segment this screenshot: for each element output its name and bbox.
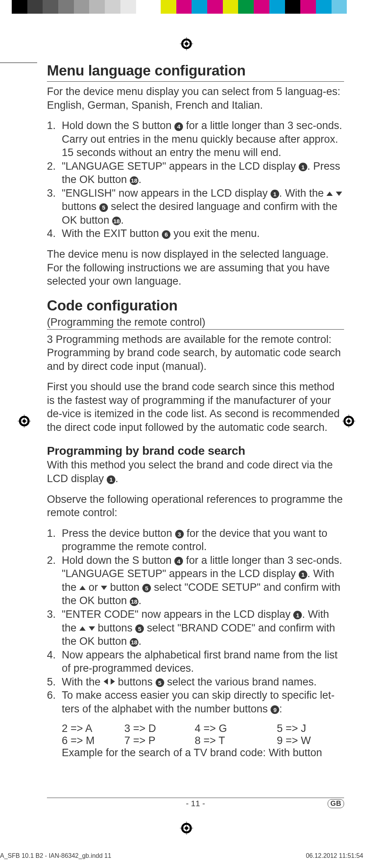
example-text: Example for the search of a TV brand cod…	[62, 747, 344, 759]
step-number: 3.	[47, 608, 62, 648]
circled-number-icon: 18	[130, 597, 138, 606]
list-item: 3. "ENGLISH" now appears in the LCD disp…	[47, 187, 344, 227]
down-arrow-icon	[89, 626, 95, 631]
up-arrow-icon	[79, 586, 86, 590]
step-text: With the buttons 5 select the various br…	[62, 675, 344, 689]
circled-number-icon: 1	[293, 611, 302, 619]
section-subtitle: (Programming the remote control)	[47, 316, 344, 328]
circled-number-icon: 1	[299, 163, 307, 171]
registration-mark-icon	[18, 414, 31, 428]
circled-number-icon: 5	[142, 584, 151, 592]
map-cell: 9 => W	[277, 735, 344, 747]
map-cell: 5 => J	[277, 723, 344, 735]
circled-number-icon: 4	[174, 557, 183, 565]
down-arrow-icon	[336, 192, 342, 196]
map-cell: 4 => G	[195, 723, 277, 735]
map-cell: 8 => T	[195, 735, 277, 747]
step-number: 1.	[47, 527, 62, 554]
circled-number-icon: 18	[130, 638, 138, 647]
list-item: 1. Press the device button 3 for the dev…	[47, 527, 344, 554]
circled-number-icon: 5	[156, 678, 164, 687]
language-badge: GB	[328, 799, 344, 808]
registration-mark-icon	[180, 37, 193, 50]
step-number: 5.	[47, 675, 62, 689]
outro-text: The device menu is now displayed in the …	[47, 247, 344, 288]
print-imprint: A_SFB 10.1 B2 - IAN-86342_gb.indd 11 06.…	[0, 852, 363, 859]
circled-number-icon: 18	[130, 176, 138, 185]
step-number: 4.	[47, 648, 62, 675]
brand-search-steps: 1. Press the device button 3 for the dev…	[47, 527, 344, 716]
imprint-datetime: 06.12.2012 11:51:54	[306, 852, 363, 859]
list-item: 4. With the EXIT button 6 you exit the m…	[47, 227, 344, 240]
step-number: 2.	[47, 554, 62, 608]
list-item: 1. Hold down the S button 4 for a little…	[47, 119, 344, 160]
circled-number-icon: 4	[174, 122, 183, 131]
section-title-menu-language: Menu language conﬁguration	[47, 63, 344, 79]
body-text: With this method you select the brand an…	[47, 458, 344, 485]
circled-number-icon: 1	[271, 190, 279, 198]
step-number: 4.	[47, 227, 62, 240]
registration-mark-icon	[342, 414, 355, 428]
list-item: 2. Hold down the S button 4 for a little…	[47, 554, 344, 608]
number-letter-map: 2 => A 3 => D 4 => G 5 => J 6 => M 7 => …	[62, 723, 344, 747]
menu-language-steps: 1. Hold down the S button 4 for a little…	[47, 119, 344, 240]
step-number: 3.	[47, 187, 62, 227]
step-text: Press the device button 3 for the device…	[62, 527, 344, 554]
map-cell: 3 => D	[124, 723, 195, 735]
page-content: Menu language conﬁguration For the devic…	[47, 63, 344, 759]
list-item: 3. "ENTER CODE" now appears in the LCD d…	[47, 608, 344, 648]
step-number: 6.	[47, 689, 62, 716]
page-footer: - 11 - GB	[47, 798, 344, 808]
map-cell: 2 => A	[62, 723, 124, 735]
circled-number-icon: 9	[271, 705, 279, 714]
circled-number-icon: 3	[175, 530, 184, 538]
step-number: 2.	[47, 160, 62, 187]
step-text: "ENTER CODE" now appears in the LCD disp…	[62, 608, 344, 648]
section-title-code-config: Code conﬁguration	[47, 298, 344, 314]
crop-mark	[0, 63, 37, 63]
circled-number-icon: 1	[107, 475, 115, 484]
list-item: 5. With the buttons 5 select the various…	[47, 675, 344, 689]
step-text: With the EXIT button 6 you exit the menu…	[62, 227, 344, 240]
print-colorbar	[12, 0, 362, 14]
body-text: First you should use the brand code sear…	[47, 380, 344, 434]
circled-number-icon: 5	[135, 624, 144, 633]
map-cell: 7 => P	[124, 735, 195, 747]
intro-text: For the device menu display you can sele…	[47, 85, 344, 112]
rule	[47, 329, 344, 330]
down-arrow-icon	[101, 586, 107, 590]
circled-number-icon: 5	[99, 203, 108, 212]
rule	[47, 81, 344, 82]
right-arrow-icon	[111, 678, 115, 685]
circled-number-icon: 18	[112, 217, 121, 225]
circled-number-icon: 1	[299, 570, 307, 579]
step-text: Now appears the alphabetical ﬁrst brand …	[62, 648, 344, 675]
step-text: Hold down the S button 4 for a little lo…	[62, 554, 344, 608]
step-text: "LANGUAGE SETUP" appears in the LCD disp…	[62, 160, 344, 187]
step-text: Hold down the S button 4 for a little lo…	[62, 119, 344, 160]
registration-mark-icon	[180, 821, 193, 835]
list-item: 4. Now appears the alphabetical ﬁrst bra…	[47, 648, 344, 675]
step-text: To make access easier you can skip direc…	[62, 689, 344, 716]
imprint-filename: A_SFB 10.1 B2 - IAN-86342_gb.indd 11	[0, 852, 111, 859]
body-text: Observe the following operational refere…	[47, 493, 344, 520]
subsection-title-brand-search: Programming by brand code search	[47, 444, 344, 457]
map-cell: 6 => M	[62, 735, 124, 747]
up-arrow-icon	[79, 626, 86, 631]
circled-number-icon: 6	[162, 230, 170, 239]
page-number: - 11 -	[47, 799, 344, 808]
step-text: "ENGLISH" now appears in the LCD display…	[62, 187, 344, 227]
left-arrow-icon	[104, 678, 108, 685]
body-text: 3 Programming methods are available for …	[47, 333, 344, 373]
step-number: 1.	[47, 119, 62, 160]
list-item: 6. To make access easier you can skip di…	[47, 689, 344, 716]
list-item: 2. "LANGUAGE SETUP" appears in the LCD d…	[47, 160, 344, 187]
up-arrow-icon	[326, 192, 333, 196]
rule	[47, 798, 344, 798]
